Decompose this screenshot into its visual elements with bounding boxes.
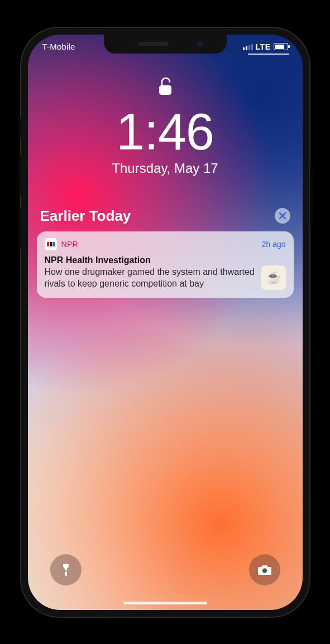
section-title: Earlier Today (40, 207, 131, 225)
network-label: LTE (256, 42, 271, 51)
camera-icon (257, 564, 272, 576)
camera-button[interactable] (249, 554, 280, 585)
flashlight-icon (60, 563, 72, 577)
notifications-section-header: Earlier Today (40, 207, 290, 225)
volume-down-button[interactable] (18, 208, 21, 250)
clock-date: Thursday, May 17 (28, 161, 303, 176)
notification-time: 2h ago (262, 240, 286, 249)
app-icon (45, 238, 57, 250)
control-center-hint[interactable] (248, 54, 289, 55)
notch (104, 35, 227, 54)
mute-switch[interactable] (18, 116, 21, 138)
signal-icon (243, 43, 253, 50)
clock-time: 1:46 (28, 106, 303, 157)
svg-point-1 (65, 570, 66, 572)
svg-rect-0 (159, 85, 171, 95)
notification-body: NPR Health Investigation How one drugmak… (45, 255, 286, 290)
status-right: LTE (243, 42, 288, 51)
notification-message: How one drugmaker gamed the system and t… (45, 267, 256, 290)
lock-area: 1:46 Thursday, May 17 (28, 76, 303, 176)
notification-header: NPR 2h ago (45, 238, 286, 250)
notification-text: NPR Health Investigation How one drugmak… (45, 255, 256, 290)
app-name: NPR (61, 240, 78, 249)
notification-title: NPR Health Investigation (45, 255, 256, 267)
side-button[interactable] (310, 166, 313, 227)
notification-thumbnail: ☕ (261, 265, 286, 290)
speaker (138, 42, 169, 46)
battery-icon (274, 43, 288, 50)
front-camera (197, 41, 203, 47)
bottom-controls (28, 554, 303, 585)
coffee-cup-icon: ☕ (266, 270, 281, 285)
volume-up-button[interactable] (18, 155, 21, 197)
phone-frame: T-Mobile LTE 1:46 Thursday, May 17 Earli… (20, 27, 310, 618)
unlock-icon (157, 76, 173, 99)
flashlight-button[interactable] (50, 554, 82, 585)
notification-card[interactable]: NPR 2h ago NPR Health Investigation How … (37, 231, 294, 298)
screen[interactable]: T-Mobile LTE 1:46 Thursday, May 17 Earli… (28, 35, 303, 610)
clear-section-button[interactable] (275, 208, 290, 224)
home-indicator[interactable] (123, 602, 207, 604)
close-icon (279, 212, 286, 220)
svg-point-2 (262, 568, 266, 573)
carrier-label: T-Mobile (42, 42, 75, 51)
